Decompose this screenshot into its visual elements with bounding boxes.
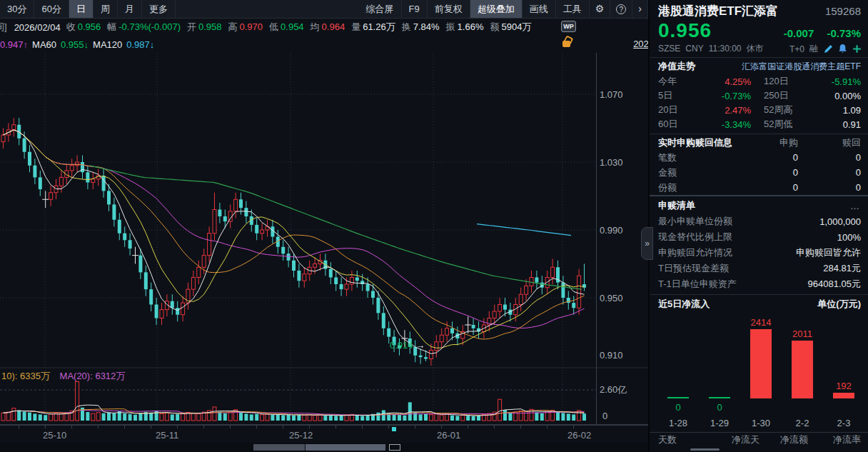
rt-section-title: 实时申购赎回信息 xyxy=(658,136,735,149)
rt-row: 笔数00 xyxy=(650,150,868,165)
info-field-低: 低0.954 xyxy=(269,21,304,32)
x-axis-label: 25-11 xyxy=(156,430,178,441)
edit-pencil-icon[interactable] xyxy=(823,44,834,54)
price-change: -0.007 -0.73% xyxy=(774,27,861,39)
x-tick xyxy=(256,426,257,428)
flow-zero-line xyxy=(709,397,730,398)
creation-list-table: 最小申赎单位份额1,000,000现金替代比例上限100%申购赎回允许情况申购赎… xyxy=(650,214,868,292)
rt-row: 金额00 xyxy=(650,165,868,180)
nav-row: 20日2.47%52周高1.09 xyxy=(650,103,868,117)
info-field-幅: 幅-0.73%(-0.007) xyxy=(107,21,181,32)
ma120-value: 0.987↓ xyxy=(126,39,154,50)
list-row: T日预估现金差额284.81元 xyxy=(650,261,868,276)
x-tick xyxy=(362,426,363,428)
tab-period-6[interactable]: 更多 xyxy=(142,0,176,18)
x-tick xyxy=(388,426,389,428)
tab-tool-3[interactable]: 前复权 xyxy=(428,0,470,18)
x-axis-label: 25-12 xyxy=(289,430,313,441)
scrollbar-thumb[interactable] xyxy=(306,444,385,451)
tab-tool-2[interactable]: F9 xyxy=(402,0,428,18)
ma60-label: MA60 xyxy=(32,39,56,50)
x-tick xyxy=(19,426,19,428)
add-plus-icon[interactable] xyxy=(852,44,862,54)
volume-ma20-label: MA(20): 6312万 xyxy=(60,371,126,381)
security-code: 159268 xyxy=(825,5,861,17)
stats-value: 6.59% xyxy=(808,449,861,452)
x-tick xyxy=(283,426,283,428)
tab-tool-1[interactable]: 综合屏 xyxy=(359,0,402,18)
chevron-right-icon[interactable]: › xyxy=(632,0,648,18)
ma60-value: 0.955↓ xyxy=(61,39,89,50)
info-prefix: 间] xyxy=(0,21,7,34)
kline-chart-area[interactable]: 1.070 1.030 0.990 0.950 0.910 2.60亿 0 10… xyxy=(0,53,648,425)
volume-axis-zero: 0 xyxy=(602,411,607,421)
flow-date-label: 2-3 xyxy=(822,418,865,428)
x-tick xyxy=(71,426,72,428)
x-tick xyxy=(547,426,547,428)
top-toolbar: 30分60分日周月更多综合屏F9前复权超级叠加画线工具⚙?› xyxy=(0,0,648,19)
alert-bell-icon[interactable] xyxy=(837,44,848,54)
more-options-icon[interactable]: … xyxy=(850,201,861,211)
flow-bar xyxy=(750,329,772,398)
unlock-icon[interactable] xyxy=(562,41,570,47)
tab-period-3[interactable]: 日 xyxy=(69,0,94,18)
settings-gear-icon[interactable]: ⚙ xyxy=(590,0,611,18)
fund-full-name[interactable]: 汇添富国证港股通消费主题ETF xyxy=(742,61,861,73)
x-tick xyxy=(573,426,574,428)
wp-badge-icon[interactable]: WP xyxy=(561,21,576,32)
scrollbar-thumb[interactable] xyxy=(253,444,305,451)
flow-date-label: 1-28 xyxy=(657,418,700,428)
info-field-开: 开0.958 xyxy=(187,21,222,32)
volume-ma10-label: 10): 6335万 xyxy=(1,371,50,381)
info-field-量: 量61.26万 xyxy=(351,21,395,32)
info-field-换: 换7.84% xyxy=(402,21,440,32)
ma120-label: MA120 xyxy=(93,39,122,50)
y-axis-label: 0.950 xyxy=(600,293,623,303)
x-tick xyxy=(494,426,495,428)
tab-period-1[interactable]: 30分 xyxy=(0,0,34,18)
quote-panel: 港股通消费ETF汇添富 159268 0.956 -0.007 -0.73% S… xyxy=(648,0,868,452)
chart-scrollbar[interactable] xyxy=(0,443,648,452)
flow-date-label: 2-2 xyxy=(781,418,824,428)
flow-stats-table: 天数净流天净流额净流率 5346176.59% xyxy=(650,432,868,452)
tab-tool-4[interactable]: 超级叠加 xyxy=(470,0,523,18)
t0-tag: T+0 xyxy=(789,44,804,54)
volume-axis-top: 2.60亿 xyxy=(600,383,627,396)
list-section-title: 申赎清单 xyxy=(658,199,695,212)
tab-tool-6[interactable]: 工具 xyxy=(556,0,590,18)
x-tick xyxy=(124,426,125,428)
flow-date-label: 1-30 xyxy=(740,418,782,428)
tab-period-5[interactable]: 月 xyxy=(118,0,142,18)
y-axis-label: 1.070 xyxy=(600,89,623,100)
x-axis-label: 26-02 xyxy=(567,430,591,441)
x-tick xyxy=(441,426,442,428)
y-axis-label: 1.030 xyxy=(600,157,623,168)
low-price-annotation: 0.914 → xyxy=(390,340,425,351)
panel-scrollbar-thumb[interactable] xyxy=(690,448,720,451)
event-marker-icon[interactable] xyxy=(392,427,396,431)
x-axis-label: 26-01 xyxy=(437,430,460,441)
x-tick xyxy=(177,426,178,428)
volume-ma-legend: 10): 6335万 MA(20): 6312万 xyxy=(1,370,125,383)
tab-period-2[interactable]: 60分 xyxy=(34,0,69,18)
rt-col-subscribe: 申购 xyxy=(735,136,798,149)
x-tick xyxy=(45,426,46,428)
flow-value-label: 2414 xyxy=(740,317,782,328)
market-status: SZSECNY11:30:00休市 xyxy=(658,43,769,55)
x-tick xyxy=(335,426,336,428)
ma-legend-bar: 0.947↑ MA60 0.955↓ MA120 0.987↓ xyxy=(0,36,648,53)
flow-value-label: 0 xyxy=(698,402,741,413)
flow-unit-label: 单位(万元) xyxy=(817,298,861,311)
flow-value-label: 0 xyxy=(657,402,700,413)
nav-section-title: 净值走势 xyxy=(658,60,695,73)
rt-col-redeem: 赎回 xyxy=(798,136,861,149)
tab-period-4[interactable]: 周 xyxy=(94,0,118,18)
list-row: 现金替代比例上限100% xyxy=(650,229,868,245)
tab-tool-5[interactable]: 画线 xyxy=(523,0,556,18)
scrollbar-handle[interactable] xyxy=(389,444,400,451)
panel-expander[interactable]: » xyxy=(641,227,653,260)
x-tick xyxy=(468,426,468,428)
help-icon[interactable]: ? xyxy=(610,0,632,18)
flow-date-label: 1-29 xyxy=(698,418,741,428)
x-tick xyxy=(230,426,231,428)
